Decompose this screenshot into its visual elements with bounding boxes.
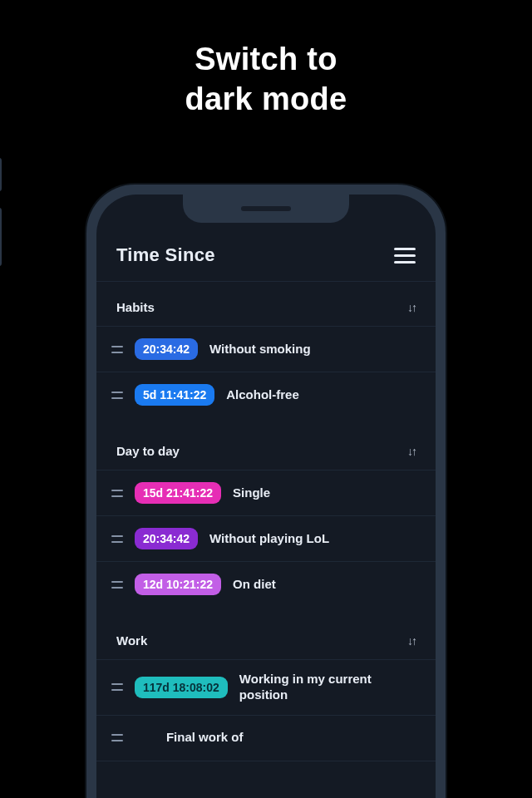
drag-handle-icon[interactable] [111, 734, 123, 741]
sort-icon[interactable]: ↓↑ [407, 445, 416, 458]
section-header-work: Work ↓↑ [96, 615, 436, 659]
phone-side-button [0, 158, 2, 191]
item-label: Final work of [166, 730, 244, 746]
section-header-day: Day to day ↓↑ [96, 426, 436, 470]
item-label: Single [233, 485, 270, 501]
app-title: Time Since [116, 244, 215, 266]
item-label: On diet [233, 577, 276, 593]
item-label: Alcohol-free [226, 387, 299, 403]
time-badge: 5d 11:41:22 [135, 384, 214, 406]
section-title: Work [116, 633, 147, 648]
phone-side-button [0, 208, 2, 266]
list-item[interactable]: 5d 11:41:22 Alcohol-free [96, 372, 436, 417]
phone-frame: Time Since Habits ↓↑ 20:34:42 Without sm… [86, 185, 446, 798]
section-title: Habits [116, 300, 155, 314]
time-badge: 15d 21:41:22 [135, 482, 221, 504]
sort-icon[interactable]: ↓↑ [407, 634, 416, 648]
drag-handle-icon[interactable] [111, 535, 123, 543]
sort-icon[interactable]: ↓↑ [407, 301, 416, 314]
item-label: Without playing LoL [209, 531, 329, 547]
drag-handle-icon[interactable] [111, 392, 123, 399]
section-header-habits: Habits ↓↑ [96, 282, 436, 326]
drag-handle-icon[interactable] [111, 346, 123, 353]
list-item[interactable]: 12d 10:21:22 On diet [96, 561, 436, 607]
headline-line-2: dark mode [185, 81, 347, 116]
drag-handle-icon[interactable] [111, 490, 123, 497]
list-item[interactable]: · Final work of [96, 715, 436, 761]
list-item[interactable]: 20:34:42 Without smoking [96, 326, 436, 372]
list-item[interactable]: 20:34:42 Without playing LoL [96, 515, 436, 561]
menu-icon[interactable] [394, 248, 416, 264]
item-label: Working in my current position [239, 672, 421, 703]
headline-line-1: Switch to [195, 42, 337, 76]
list-item[interactable]: 117d 18:08:02 Working in my current posi… [96, 659, 436, 715]
item-label: Without smoking [209, 342, 311, 357]
phone-screen: Time Since Habits ↓↑ 20:34:42 Without sm… [96, 195, 436, 798]
time-badge: 20:34:42 [135, 528, 198, 549]
time-badge: 117d 18:08:02 [135, 677, 228, 698]
time-badge: 20:34:42 [135, 338, 198, 360]
phone-notch [183, 195, 349, 223]
time-badge: 12d 10:21:22 [135, 574, 221, 595]
section-title: Day to day [116, 444, 180, 458]
marketing-headline: Switch to dark mode [0, 0, 532, 119]
drag-handle-icon[interactable] [111, 581, 123, 589]
drag-handle-icon[interactable] [111, 683, 123, 691]
list-item[interactable]: 15d 21:41:22 Single [96, 470, 436, 515]
